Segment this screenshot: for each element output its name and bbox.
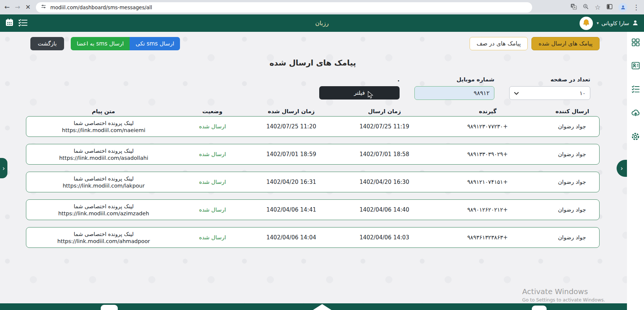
browser-actions: ☆ ⋮ xyxy=(570,3,640,12)
address-bar[interactable]: modiil.com/dashboard/sms-messages/all xyxy=(36,2,532,13)
message-text: لینک پرونده اختصاصی شما xyxy=(74,176,134,182)
notifications-button[interactable] xyxy=(580,17,593,30)
settings-gear-icon[interactable] xyxy=(631,132,640,143)
status-cell: ارسال شده xyxy=(181,206,244,213)
app-header: سارا کاویانی ▾ رزبان xyxy=(0,14,644,32)
main-content: پیامک های ارسال شده پیامک های در صف ارسا… xyxy=(0,32,627,310)
bottom-bar-item-right[interactable] xyxy=(532,306,547,310)
bottom-bar xyxy=(0,303,627,310)
status-cell: ارسال شده xyxy=(181,179,244,185)
message-link[interactable]: https://link.modiil.com/ahmadpoor xyxy=(57,238,150,244)
send-time-cell: 1402/04/06 14:03 xyxy=(338,234,430,241)
per-page-value: ۱۰ xyxy=(580,90,585,97)
sent-time-cell: 1402/04/06 14:04 xyxy=(244,234,338,241)
message-cell: لینک پرونده اختصاصی شما https://link.mod… xyxy=(26,203,181,216)
profile-avatar[interactable] xyxy=(618,3,627,12)
col-send-time: زمان ارسال xyxy=(338,108,430,115)
dashboard-grid-icon[interactable] xyxy=(631,38,640,48)
receiver-cell: ۹۸۹۰۱۲۶۲۰۲۱۲+ xyxy=(430,206,545,213)
app-title: رزبان xyxy=(315,20,329,27)
bottom-bar-expand-handle[interactable] xyxy=(313,304,331,310)
receiver-cell: ۹۸۹۱۳۳۰۳۹۰۲۹+ xyxy=(430,151,545,158)
site-info-icon[interactable] xyxy=(40,3,47,11)
mobile-number-input[interactable] xyxy=(414,86,494,100)
calendar-icon[interactable] xyxy=(5,18,14,28)
bottom-bar-item-left[interactable] xyxy=(101,305,118,310)
receiver-cell: ۹۸۹۱۲۱۰۷۴۱۵۱+ xyxy=(430,179,545,185)
sms-action-buttons: ارسال sms تکی ارسال sms به اعضا بازگشت xyxy=(30,37,180,50)
translate-icon[interactable] xyxy=(570,3,577,11)
send-time-cell: 1402/07/01 18:58 xyxy=(338,151,430,158)
message-text: لینک پرونده اختصاصی شما xyxy=(74,231,134,237)
back-button[interactable]: بازگشت xyxy=(30,37,64,50)
table-row: جواد رضوان ۹۸۹۱۲۱۰۷۴۱۵۱+ 1402/04/20 16:3… xyxy=(26,172,600,192)
contacts-icon[interactable] xyxy=(631,61,640,72)
message-text: لینک پرونده اختصاصی شما xyxy=(74,120,134,126)
zoom-icon[interactable] xyxy=(583,3,589,11)
message-text: لینک پرونده اختصاصی شما xyxy=(74,148,134,154)
user-menu[interactable]: سارا کاویانی ▾ xyxy=(597,19,639,27)
status-cell: ارسال شده xyxy=(181,123,244,130)
message-link[interactable]: https://link.modiil.com/naeiemi xyxy=(62,127,145,133)
table-row: جواد رضوان ۹۸۹۰۱۲۶۲۰۲۱۲+ 1402/04/06 14:4… xyxy=(26,199,600,220)
browser-toolbar: ← → ✕ modiil.com/dashboard/sms-messages/… xyxy=(0,0,644,14)
sent-time-cell: 1402/04/06 14:41 xyxy=(244,206,338,213)
per-page-select[interactable]: ۱۰ xyxy=(509,86,590,100)
screen: ← → ✕ modiil.com/dashboard/sms-messages/… xyxy=(0,0,644,310)
side-panel-icon[interactable] xyxy=(606,3,613,11)
col-receiver: گیرنده xyxy=(430,108,545,115)
mobile-number-label: شماره موبایل xyxy=(414,76,494,83)
message-link[interactable]: https://link.modiil.com/lakpour xyxy=(63,183,145,189)
bell-icon xyxy=(582,18,590,28)
cloud-upload-icon[interactable] xyxy=(631,108,641,119)
table-row: جواد رضوان ۹۸۹۳۶۱۳۲۳۸۶۳+ 1402/04/06 14:0… xyxy=(26,227,600,248)
header-quick-icons xyxy=(5,18,28,28)
tab-queued-messages[interactable]: پیامک های در صف xyxy=(470,37,528,50)
left-drawer-handle[interactable]: › xyxy=(0,158,7,178)
checklist-icon[interactable] xyxy=(18,18,28,28)
bookmark-star-icon[interactable]: ☆ xyxy=(595,4,601,11)
chevron-down-icon: ▾ xyxy=(597,21,599,26)
page-title: پیامک های ارسال شده xyxy=(26,58,600,67)
message-cell: لینک پرونده اختصاصی شما https://link.mod… xyxy=(26,231,181,244)
sent-time-cell: 1402/04/20 16:31 xyxy=(244,179,338,185)
table-header: ارسال کننده گیرنده زمان ارسال زمان ارسال… xyxy=(26,108,600,115)
message-text: لینک پرونده اختصاصی شما xyxy=(74,203,134,209)
sender-cell: جواد رضوان xyxy=(545,123,599,130)
table-row: جواد رضوان ۹۸۹۱۲۳۰۷۷۲۳۰+ 1402/07/25 11:1… xyxy=(26,116,600,137)
sent-time-cell: 1402/07/25 11:20 xyxy=(244,123,338,130)
chevron-down-icon xyxy=(514,90,519,97)
per-page-field: تعداد در صفحه ۱۰ xyxy=(509,76,590,100)
per-page-label: تعداد در صفحه xyxy=(509,76,590,83)
chevron-right-icon: › xyxy=(3,165,5,172)
stop-icon[interactable]: ✕ xyxy=(26,4,31,10)
col-message: متن پیام xyxy=(26,108,181,115)
tab-sent-messages[interactable]: پیامک های ارسال شده xyxy=(531,37,600,50)
col-sent-time: زمان ارسال شده xyxy=(244,108,339,115)
chevron-right-icon: › xyxy=(621,165,623,172)
send-sms-to-members-button[interactable]: ارسال sms به اعضا xyxy=(71,37,130,50)
sender-cell: جواد رضوان xyxy=(545,206,599,213)
col-status: وضعیت xyxy=(181,108,244,115)
filter-field: . فیلتر xyxy=(319,76,400,100)
table-row: جواد رضوان ۹۸۹۱۳۳۰۳۹۰۲۹+ 1402/07/01 18:5… xyxy=(26,144,600,165)
send-single-sms-button[interactable]: ارسال sms تکی xyxy=(130,37,180,50)
send-time-cell: 1402/04/06 14:40 xyxy=(338,206,430,213)
browser-menu-icon[interactable]: ⋮ xyxy=(633,4,640,11)
filter-button[interactable]: فیلتر xyxy=(319,86,400,100)
user-icon xyxy=(632,19,639,27)
message-cell: لینک پرونده اختصاصی شما https://link.mod… xyxy=(26,176,181,189)
filter-row: تعداد در صفحه ۱۰ شماره موبایل . xyxy=(26,76,600,100)
watermark-line2: Go to Settings to activate Windows. xyxy=(522,297,605,303)
dot-label: . xyxy=(319,76,400,83)
col-sender: ارسال کننده xyxy=(545,108,600,115)
back-icon[interactable]: ← xyxy=(4,4,10,10)
message-link[interactable]: https://link.modiil.com/azimzadeh xyxy=(58,210,149,216)
activate-windows-watermark: Activate Windows Go to Settings to activ… xyxy=(522,287,605,303)
receiver-cell: ۹۸۹۳۶۱۳۲۳۸۶۳+ xyxy=(430,234,545,241)
sent-time-cell: 1402/07/01 18:59 xyxy=(244,151,338,158)
message-link[interactable]: https://link.modiil.com/asadollahi xyxy=(59,155,149,161)
sender-cell: جواد رضوان xyxy=(545,234,599,241)
tasks-checklist-icon[interactable] xyxy=(631,84,640,95)
forward-icon[interactable]: → xyxy=(15,4,20,10)
